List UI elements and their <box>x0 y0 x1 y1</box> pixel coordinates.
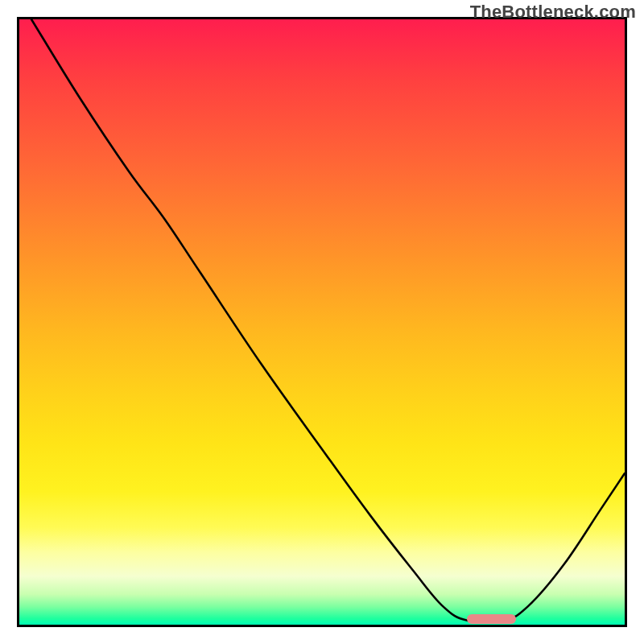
watermark-text: TheBottleneck.com <box>470 2 636 23</box>
chart-frame: TheBottleneck.com <box>0 0 644 644</box>
gradient-background <box>19 19 625 625</box>
plot-area <box>19 19 625 625</box>
optimal-marker <box>467 614 515 624</box>
gradient-main <box>19 19 625 625</box>
